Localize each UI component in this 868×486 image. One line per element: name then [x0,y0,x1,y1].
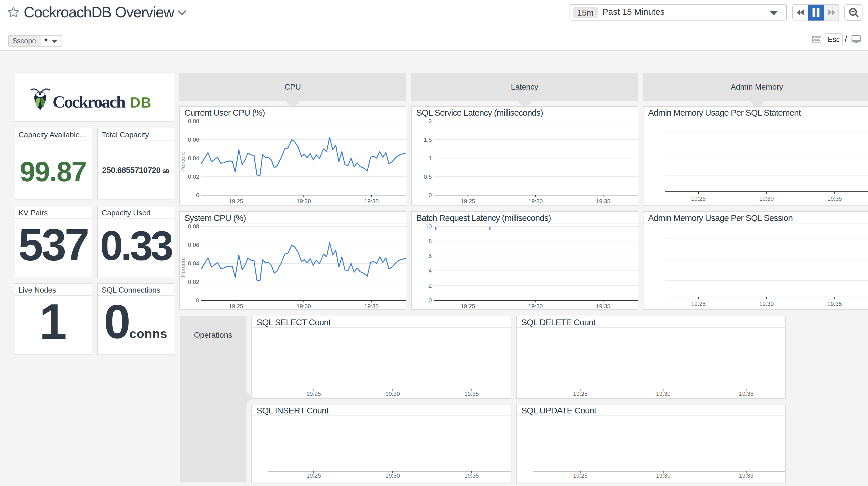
svg-text:4: 4 [429,267,432,274]
svg-text:19:25: 19:25 [573,391,587,397]
svg-text:19:30: 19:30 [760,195,774,202]
svg-text:19:30: 19:30 [297,303,311,309]
svg-text:19:25: 19:25 [229,303,243,309]
svg-text:19:30: 19:30 [385,472,400,479]
svg-text:DB: DB [130,94,151,111]
svg-text:0.08: 0.08 [188,224,199,230]
svg-text:19:35: 19:35 [464,472,479,479]
svg-text:19:25: 19:25 [691,195,706,202]
svg-text:19:35: 19:35 [827,195,842,202]
svg-text:0.06: 0.06 [188,137,199,143]
svg-text:19:25: 19:25 [229,198,243,204]
svg-text:19:25: 19:25 [306,391,321,397]
svg-text:6: 6 [429,253,432,259]
svg-text:Percent: Percent [180,257,186,277]
svg-text:19:25: 19:25 [306,472,321,479]
svg-text:19:30: 19:30 [656,391,670,397]
svg-text:19:30: 19:30 [297,198,311,204]
svg-text:8: 8 [429,238,432,244]
svg-text:19:30: 19:30 [528,198,542,204]
svg-text:19:30: 19:30 [528,303,542,309]
svg-text:0: 0 [429,192,432,198]
svg-text:19:35: 19:35 [739,391,753,397]
svg-text:0.04: 0.04 [188,155,199,161]
svg-text:2: 2 [429,282,432,289]
svg-text:0.5: 0.5 [424,173,432,180]
svg-text:19:35: 19:35 [827,301,842,307]
svg-text:19:25: 19:25 [461,198,475,204]
svg-text:Cockroach: Cockroach [53,92,126,111]
svg-text:19:25: 19:25 [461,303,475,309]
svg-text:19:35: 19:35 [596,198,610,204]
svg-text:19:25: 19:25 [691,301,706,307]
svg-text:0: 0 [196,297,199,303]
svg-text:1.5: 1.5 [424,137,432,143]
svg-text:0.06: 0.06 [188,241,199,248]
svg-text:19:30: 19:30 [656,472,670,479]
svg-text:1: 1 [429,155,432,161]
svg-text:19:35: 19:35 [596,303,610,309]
svg-text:0.04: 0.04 [188,260,199,266]
svg-text:2: 2 [429,118,432,124]
svg-text:19:35: 19:35 [364,303,379,309]
svg-text:19:35: 19:35 [739,472,753,479]
svg-text:0: 0 [429,297,432,303]
svg-text:0: 0 [196,192,199,198]
svg-text:0.02: 0.02 [188,173,199,180]
svg-text:19:35: 19:35 [464,391,479,397]
svg-text:19:35: 19:35 [364,198,379,204]
svg-text:0.02: 0.02 [188,279,199,285]
svg-text:0.08: 0.08 [188,118,199,124]
svg-text:19:25: 19:25 [573,472,587,479]
svg-text:19:30: 19:30 [385,391,400,397]
svg-text:Percent: Percent [180,152,186,172]
svg-text:10: 10 [425,224,432,230]
svg-text:19:30: 19:30 [760,301,774,307]
